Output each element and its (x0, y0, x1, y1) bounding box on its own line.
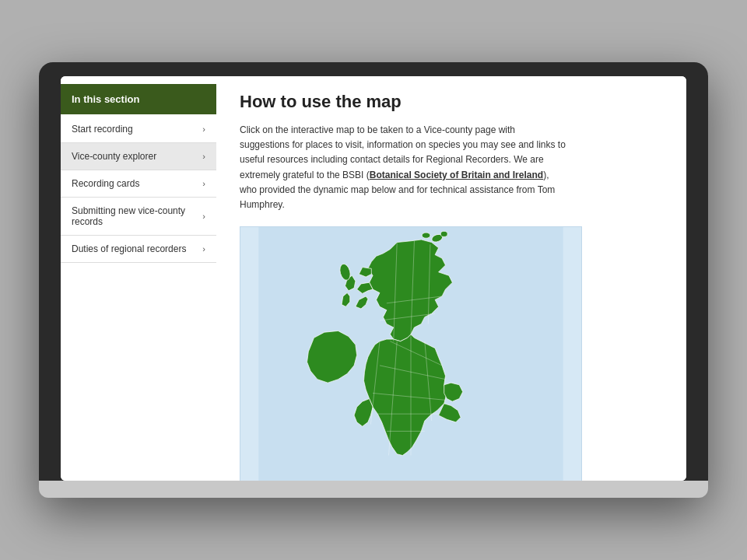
svg-point-3 (440, 231, 447, 236)
chevron-right-icon: › (202, 179, 205, 188)
sidebar-item-label: Submitting new vice-county records (72, 205, 202, 227)
uk-map-container[interactable] (240, 226, 582, 481)
bsbi-link[interactable]: Botanical Society of Britain and Ireland (370, 170, 543, 180)
page-description: Click on the interactive map to be taken… (240, 123, 566, 212)
page-title: How to use the map (240, 92, 663, 112)
svg-point-2 (422, 233, 430, 238)
main-content: How to use the map Click on the interact… (216, 76, 686, 481)
chevron-right-icon: › (202, 212, 205, 221)
sidebar-heading: In this section (61, 84, 216, 114)
laptop-base (39, 481, 708, 498)
sidebar-item-label: Recording cards (72, 178, 139, 189)
sidebar-item-label: Duties of regional recorders (72, 243, 186, 254)
sidebar-item-recording-cards[interactable]: Recording cards › (61, 170, 216, 198)
sidebar-item-label: Start recording (72, 124, 133, 135)
chevron-right-icon: › (202, 152, 205, 161)
page-layout: In this section Start recording › Vice-c… (61, 76, 686, 481)
sidebar: In this section Start recording › Vice-c… (61, 76, 216, 481)
sidebar-item-duties-regional[interactable]: Duties of regional recorders › (61, 236, 216, 263)
laptop-frame: In this section Start recording › Vice-c… (39, 62, 708, 498)
sidebar-item-label: Vice-county explorer (72, 151, 156, 162)
laptop-screen: In this section Start recording › Vice-c… (61, 76, 686, 481)
sidebar-item-vice-county-explorer[interactable]: Vice-county explorer › (61, 143, 216, 170)
sidebar-item-submitting-new[interactable]: Submitting new vice-county records › (61, 198, 216, 236)
chevron-right-icon: › (202, 244, 205, 254)
uk-map-svg (240, 227, 581, 481)
sidebar-item-start-recording[interactable]: Start recording › (61, 116, 216, 143)
chevron-right-icon: › (202, 124, 205, 134)
